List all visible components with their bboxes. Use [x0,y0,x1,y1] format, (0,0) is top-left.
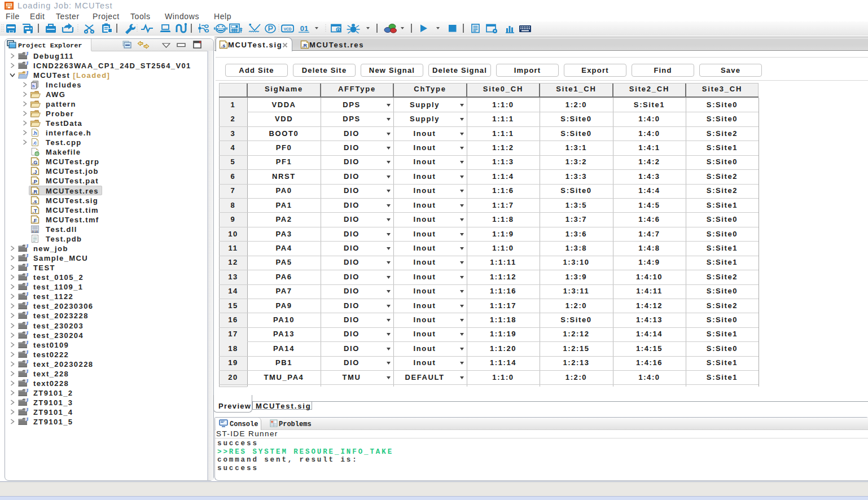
svg-text:.R: .R [302,43,308,49]
svg-text:h: h [32,84,34,88]
svg-text:01: 01 [300,24,308,33]
svg-text:.T: .T [33,208,38,213]
svg-text:.c: .c [33,140,37,146]
svg-text:.s: .s [221,43,226,49]
svg-text:.F: .F [33,217,38,223]
svg-text:.J: .J [33,169,37,175]
svg-text:010: 010 [32,229,38,233]
svg-text:.G: .G [32,160,38,165]
svg-text:VCD: VCD [284,27,292,31]
svg-text:.R: .R [32,188,38,194]
svg-text:.s: .s [33,198,37,204]
svg-text:.P: .P [32,179,37,185]
svg-text:.h: .h [33,130,37,136]
